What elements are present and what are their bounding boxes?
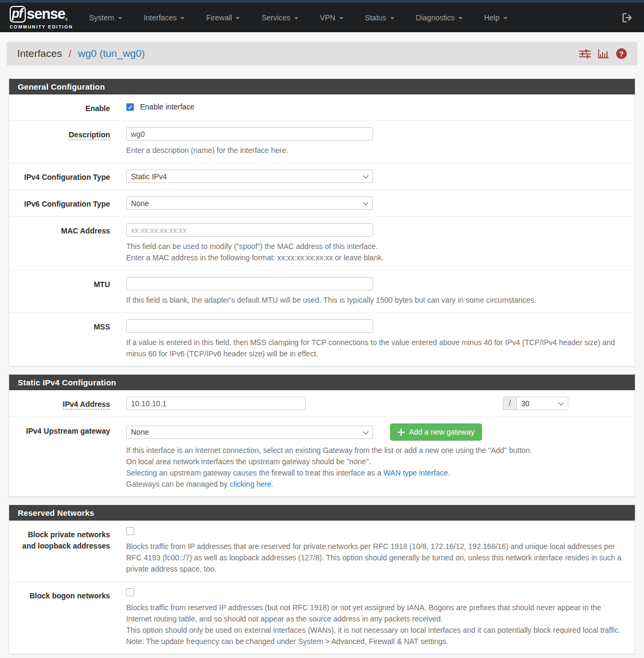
mac-address-row: MAC Address This field can be used to mo…	[9, 217, 635, 270]
block-private-networks-row: Block private networks and loopback addr…	[9, 521, 635, 582]
mss-input[interactable]	[126, 319, 373, 333]
cidr-slash-prefix: /	[503, 397, 516, 410]
breadcrumb-section: Interfaces	[17, 48, 62, 59]
caret-down-icon	[118, 17, 122, 19]
general-configuration-panel: General Configuration Enable ✓ Enable in…	[9, 78, 635, 367]
plus-icon	[398, 429, 405, 436]
nav-item-firewall[interactable]: Firewall	[195, 3, 251, 32]
description-label: Description	[18, 127, 110, 140]
manage-gateways-link[interactable]: clicking here	[230, 480, 272, 488]
nav-item-diagnostics[interactable]: Diagnostics	[405, 3, 473, 32]
block-bogon-networks-help-text: Blocks traffic from reserved IP addresse…	[126, 602, 626, 647]
gateway-help-text: If this interface is an Internet connect…	[126, 445, 626, 490]
enable-interface-checkbox-label: Enable interface	[140, 103, 194, 111]
cidr-group: / 30	[503, 397, 568, 410]
block-private-networks-checkbox[interactable]	[126, 527, 134, 535]
caret-down-icon	[503, 17, 508, 19]
ipv4-upstream-gateway-row: IPv4 Upstream gateway None Add a new gat…	[9, 417, 635, 496]
caret-down-icon	[458, 17, 463, 19]
reserved-networks-panel: Reserved Networks Block private networks…	[9, 505, 635, 654]
nav-item-vpn[interactable]: VPN	[309, 3, 354, 32]
ipv4-address-input[interactable]	[126, 397, 306, 410]
breadcrumb-actions: ?	[579, 48, 627, 59]
description-input[interactable]	[126, 127, 373, 141]
help-icon[interactable]: ?	[616, 48, 627, 59]
nav-item-services[interactable]: Services	[251, 3, 309, 32]
ipv6-configuration-type-select[interactable]: None	[126, 196, 373, 210]
mss-label: MSS	[18, 319, 110, 332]
panel-title-general-configuration: General Configuration	[9, 79, 635, 94]
pfsense-logo-sense: sense	[27, 7, 65, 21]
mtu-label: MTU	[18, 277, 110, 290]
description-row: Description Enter a description (name) f…	[9, 121, 635, 163]
add-new-gateway-button[interactable]: Add a new gateway	[390, 423, 482, 441]
nav-item-help[interactable]: Help	[473, 3, 518, 32]
nav-item-system[interactable]: System	[78, 3, 133, 32]
cidr-mask-select[interactable]: 30	[516, 397, 568, 410]
status-filter-sliders-icon[interactable]	[579, 49, 591, 59]
mtu-help-text: If this field is blank, the adapter's de…	[126, 295, 626, 306]
mac-address-label: MAC Address	[18, 223, 110, 236]
ipv6-configuration-type-row: IPv6 Configuration Type None	[9, 190, 635, 217]
sign-out-icon[interactable]	[619, 10, 635, 25]
page-content: General Configuration Enable ✓ Enable in…	[9, 78, 635, 658]
block-bogon-networks-checkbox[interactable]	[126, 588, 134, 596]
breadcrumb-page-link[interactable]: wg0 (tun_wg0)	[78, 48, 145, 59]
caret-down-icon	[390, 17, 394, 19]
enable-label: Enable	[18, 101, 110, 114]
mtu-row: MTU If this field is blank, the adapter'…	[9, 270, 635, 313]
mtu-input[interactable]	[126, 277, 373, 290]
pfsense-logo-wordmark: pfsense®	[10, 6, 73, 23]
traffic-graph-chart-icon[interactable]	[598, 49, 609, 59]
registered-mark: ®	[65, 18, 68, 21]
block-bogon-networks-label: Block bogon networks	[18, 588, 110, 601]
ipv4-upstream-gateway-label: IPv4 Upstream gateway	[18, 423, 110, 436]
breadcrumb-bar: Interfaces / wg0 (tun_wg0) ?	[6, 42, 638, 65]
mac-address-help-text: This field can be used to modify ("spoof…	[126, 241, 626, 264]
nav-item-status[interactable]: Status	[354, 3, 405, 32]
pfsense-logo-pf: pf	[10, 6, 26, 23]
nav-item-interfaces[interactable]: Interfaces	[133, 3, 195, 32]
main-navbar: pfsense® COMMUNITY EDITION System Interf…	[0, 3, 644, 32]
ipv4-configuration-type-select[interactable]: Static IPv4	[126, 170, 373, 183]
block-private-networks-label: Block private networks and loopback addr…	[18, 527, 110, 551]
caret-down-icon	[236, 17, 240, 19]
pfsense-logo[interactable]: pfsense® COMMUNITY EDITION	[10, 6, 73, 30]
static-ipv4-configuration-panel: Static IPv4 Configuration IPv4 Address /…	[9, 374, 635, 497]
enable-interface-checkbox[interactable]: ✓	[126, 103, 134, 111]
enable-row: Enable ✓ Enable interface	[9, 94, 635, 121]
wan-type-interface-link[interactable]: WAN type interface	[383, 469, 448, 477]
breadcrumb-separator: /	[69, 48, 71, 59]
pfsense-logo-tagline: COMMUNITY EDITION	[10, 24, 73, 30]
panel-title-static-ipv4-configuration: Static IPv4 Configuration	[9, 375, 635, 390]
block-private-networks-help-text: Blocks traffic from IP addresses that ar…	[126, 541, 626, 575]
ipv4-address-label: IPv4 Address	[18, 397, 110, 410]
ipv6-configuration-type-label: IPv6 Configuration Type	[18, 196, 110, 209]
mss-row: MSS If a value is entered in this field,…	[9, 313, 635, 366]
block-bogon-networks-row: Block bogon networks Blocks traffic from…	[9, 582, 635, 654]
mss-help-text: If a value is entered in this field, the…	[126, 337, 626, 360]
ipv4-configuration-type-label: IPv4 Configuration Type	[18, 170, 110, 182]
caret-down-icon	[180, 17, 185, 19]
ipv4-configuration-type-row: IPv4 Configuration Type Static IPv4	[9, 163, 635, 190]
description-help-text: Enter a description (name) for the inter…	[126, 145, 626, 156]
panel-title-reserved-networks: Reserved Networks	[9, 505, 635, 521]
ipv4-address-row: IPv4 Address / 30	[9, 390, 635, 417]
navbar-menu: System Interfaces Firewall Services VPN …	[78, 3, 518, 32]
caret-down-icon	[294, 17, 298, 19]
caret-down-icon	[339, 17, 343, 19]
breadcrumb: Interfaces / wg0 (tun_wg0)	[17, 48, 145, 60]
ipv4-upstream-gateway-select[interactable]: None	[126, 426, 373, 439]
mac-address-input[interactable]	[126, 223, 373, 237]
